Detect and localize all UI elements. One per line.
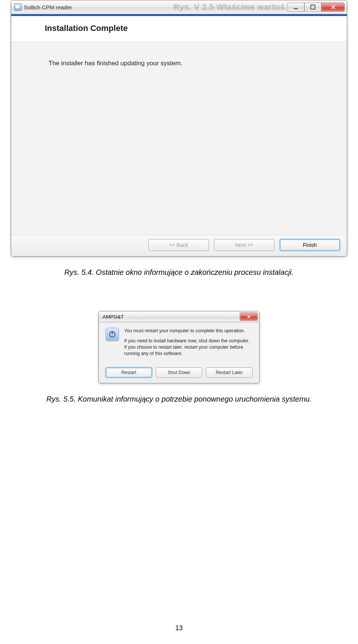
shutdown-button[interactable]: Shut Down: [156, 367, 202, 378]
restart-dialog: AMPG&T ✕ You must restart your computer …: [98, 311, 260, 383]
installer-message: The installer has finished updating your…: [48, 60, 337, 67]
installer-window: Sollich CPM reader Rys. V 2.5 Właściwe w…: [11, 0, 347, 257]
minimize-button[interactable]: [287, 3, 304, 12]
next-button: Next >>: [214, 239, 274, 251]
dialog-line2: If you need to install hardware now, shu…: [124, 338, 252, 357]
installer-heading: Installation Complete: [45, 23, 337, 33]
back-button: << Back: [148, 239, 209, 251]
installer-body: The installer has finished updating your…: [11, 41, 347, 235]
figure-caption-1: Rys. 5.4. Ostatnie okno informujące o za…: [4, 267, 354, 277]
svg-rect-1: [311, 5, 315, 9]
dialog-footer: Restart Shut Down Restart Later: [99, 366, 259, 383]
restart-button[interactable]: Restart: [106, 367, 152, 378]
dialog-titlebar[interactable]: AMPG&T ✕: [99, 311, 259, 322]
close-button[interactable]: ✕: [321, 3, 345, 12]
maximize-button[interactable]: [304, 3, 321, 12]
dialog-text: You must restart your computer to comple…: [124, 328, 252, 361]
power-icon: [106, 328, 119, 341]
dialog-close-button[interactable]: ✕: [240, 312, 258, 321]
dialog-body: You must restart your computer to comple…: [99, 322, 259, 366]
app-icon: [14, 3, 22, 11]
figure-caption-2: Rys. 5.5. Komunikat informujący o potrze…: [4, 394, 354, 404]
window-controls: ✕: [287, 3, 345, 12]
titlebar[interactable]: Sollich CPM reader Rys. V 2.5 Właściwe w…: [11, 0, 347, 14]
installer-header: Installation Complete: [11, 14, 347, 41]
finish-button[interactable]: Finish: [280, 239, 340, 251]
window-title: Sollich CPM reader: [24, 4, 114, 10]
dialog-title: AMPG&T: [103, 314, 124, 320]
installer-footer: << Back Next >> Finish: [11, 235, 347, 256]
restart-later-button[interactable]: Restart Later: [206, 367, 252, 378]
page-number: 13: [0, 624, 358, 632]
dialog-line1: You must restart your computer to comple…: [124, 328, 252, 334]
background-blurred-text: Rys. V 2.5 Właściwe wartoś: [173, 2, 285, 12]
svg-rect-0: [293, 8, 298, 9]
